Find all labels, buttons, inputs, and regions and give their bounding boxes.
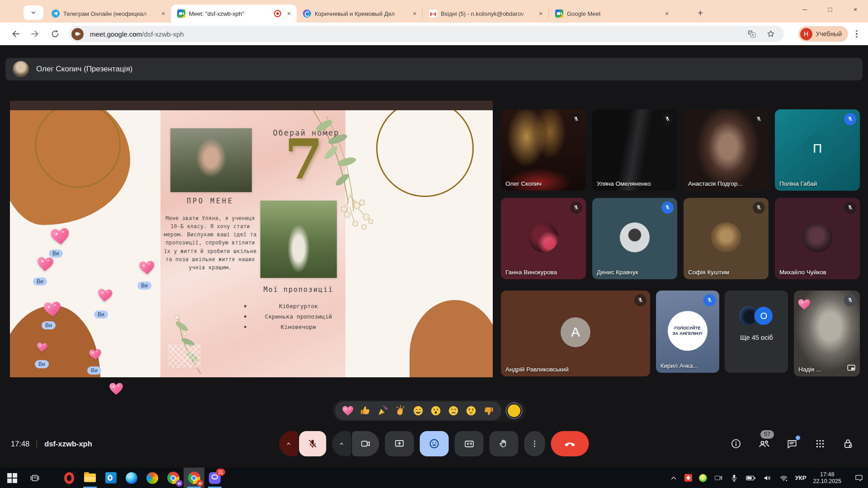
camera-in-use-icon[interactable] xyxy=(71,28,84,40)
browser-menu-button[interactable] xyxy=(852,29,862,39)
tab-telegram[interactable]: Телеграм Онлайн (неофициал × xyxy=(45,5,171,23)
people-panel-button[interactable]: 57 xyxy=(758,437,770,450)
taskbar-copilot[interactable] xyxy=(142,468,163,488)
tray-battery-icon[interactable] xyxy=(745,474,756,483)
bookmark-star-icon[interactable] xyxy=(766,29,776,39)
participant-tile[interactable]: Денис Кравчук xyxy=(592,198,677,279)
participant-tile[interactable]: Михайло Чуйков xyxy=(775,198,860,279)
mic-off-badge xyxy=(634,294,646,306)
antivirus-icon[interactable] xyxy=(699,474,707,482)
participant-tile[interactable]: Олег Скопич xyxy=(501,109,586,191)
more-options-button[interactable] xyxy=(524,431,545,456)
skin-tone-selector-button[interactable] xyxy=(508,404,520,417)
forward-button[interactable] xyxy=(30,28,41,39)
slide-decoration-ring xyxy=(376,110,474,197)
present-screen-button[interactable] xyxy=(385,431,414,456)
participant-tile[interactable]: Ганна Винокурова xyxy=(501,198,586,279)
taskbar-viber[interactable]: 31 xyxy=(204,468,225,488)
browser-address-bar: meet.google.com/dsf-xzwb-xph Н Учебный xyxy=(0,23,868,45)
meet-icon xyxy=(555,9,563,18)
participant-tile[interactable]: Надія ... xyxy=(794,291,860,376)
participant-tile[interactable]: А Андрій Равликовський xyxy=(501,291,650,376)
thumbs-up-reaction-button[interactable] xyxy=(358,404,373,418)
back-button[interactable] xyxy=(10,28,21,39)
picture-in-picture-icon[interactable] xyxy=(846,363,856,373)
participant-tile[interactable]: ГОЛОСУЙТЕ ЗА АНГЕЛІНУ! Кирил Ачка... xyxy=(656,291,719,373)
tab-close-button[interactable]: × xyxy=(663,9,671,18)
mic-options-button[interactable] xyxy=(279,431,298,456)
tray-volume-icon[interactable] xyxy=(763,474,772,483)
translate-icon[interactable] xyxy=(747,29,757,39)
thinking-face-reaction-button[interactable] xyxy=(464,404,478,418)
window-maximize-button[interactable]: □ xyxy=(817,0,843,19)
party-popper-reaction-button[interactable] xyxy=(376,404,390,418)
tab-meet-active[interactable]: Meet: "dsf-xzwb-xph" × xyxy=(171,5,297,23)
raise-hand-button[interactable] xyxy=(490,431,519,456)
taskbar-chrome-profile-2-active[interactable]: Н xyxy=(184,468,204,488)
tray-wifi-icon[interactable] xyxy=(779,474,788,483)
crying-face-reaction-button[interactable] xyxy=(446,404,461,418)
tab-close-button[interactable]: × xyxy=(410,9,419,18)
participant-name: Анастасія Подгор... xyxy=(688,180,743,187)
participant-tile[interactable]: П Поліна Габай xyxy=(775,109,860,191)
camera-on-button[interactable] xyxy=(352,431,379,456)
tears-of-joy-reaction-button[interactable] xyxy=(411,404,425,418)
sparkling-heart-reaction-button[interactable] xyxy=(340,404,355,418)
participant-avatar xyxy=(802,222,832,252)
tray-app-icon[interactable] xyxy=(684,474,692,482)
tab-close-button[interactable]: × xyxy=(159,9,167,18)
tray-camera-icon[interactable] xyxy=(714,474,723,483)
meeting-details-button[interactable] xyxy=(730,437,742,450)
captions-button[interactable] xyxy=(455,431,484,456)
tab-title: Meet: "dsf-xzwb-xph" xyxy=(189,10,270,17)
window-minimize-button[interactable]: ─ xyxy=(792,0,817,19)
slide-standing-photo xyxy=(260,201,337,278)
mic-control xyxy=(279,431,326,456)
participant-tile[interactable]: Софія Куштим xyxy=(684,198,769,279)
task-view-button[interactable] xyxy=(24,468,45,488)
chrome-profile-badge: Н xyxy=(197,480,203,487)
window-close-button[interactable]: × xyxy=(843,0,868,19)
mic-muted-button[interactable] xyxy=(299,431,326,456)
tab-close-button[interactable]: × xyxy=(537,9,545,18)
start-button[interactable] xyxy=(2,468,23,488)
taskbar-clock[interactable]: 17:48 22.10.2025 xyxy=(813,471,841,485)
taskbar-edge[interactable] xyxy=(121,468,142,488)
url-bar[interactable]: meet.google.com/dsf-xzwb-xph xyxy=(69,26,784,42)
thumbs-down-reaction-button[interactable] xyxy=(481,404,496,418)
surprised-face-reaction-button[interactable] xyxy=(429,404,443,418)
participant-name: Михайло Чуйков xyxy=(779,269,826,276)
tray-expand-button[interactable] xyxy=(670,474,678,482)
call-controls xyxy=(279,431,589,456)
language-indicator[interactable]: УКР xyxy=(795,474,807,481)
tab-gmail[interactable]: Вхідні (5) - n.kolisnyk@obdarov × xyxy=(423,5,548,23)
tab-title: Google Meet xyxy=(567,10,659,17)
host-controls-button[interactable] xyxy=(842,437,854,450)
camera-control xyxy=(332,431,379,456)
tab-close-button[interactable]: × xyxy=(285,9,293,18)
browser-profile-chip[interactable]: Н Учебный xyxy=(798,26,848,42)
more-participants-tile[interactable]: O Ще 45 осіб xyxy=(725,291,788,373)
url-host: meet.google.com xyxy=(90,30,142,38)
taskbar-opera[interactable] xyxy=(59,468,80,488)
new-tab-button[interactable]: + xyxy=(693,6,707,20)
clapping-hands-reaction-button[interactable] xyxy=(393,404,408,418)
tab-google-meet[interactable]: Google Meet × xyxy=(549,5,675,23)
activities-button[interactable] xyxy=(814,437,826,450)
taskbar-outlook[interactable] xyxy=(100,468,121,488)
reload-button[interactable] xyxy=(50,28,61,39)
taskbar-file-explorer[interactable] xyxy=(80,468,100,488)
action-center-button[interactable] xyxy=(854,474,863,483)
reactions-button[interactable] xyxy=(420,431,449,456)
tray-microphone-icon[interactable] xyxy=(730,474,739,483)
tab-search-button[interactable] xyxy=(24,5,43,20)
tab-canva[interactable]: Коричневый и Кремовый Дел × xyxy=(297,5,422,23)
participant-tile[interactable]: Уляна Омеляненко xyxy=(592,109,677,191)
meet-main: Олег Скопич (Презентація) xyxy=(0,45,868,468)
participant-name: Поліна Габай xyxy=(779,180,817,187)
participant-tile[interactable]: Анастасія Подгор... xyxy=(684,109,769,191)
end-call-button[interactable] xyxy=(551,431,589,456)
taskbar-chrome-profile-1[interactable]: Н xyxy=(163,468,184,488)
chat-panel-button[interactable] xyxy=(786,437,798,450)
camera-options-button[interactable] xyxy=(332,431,351,456)
